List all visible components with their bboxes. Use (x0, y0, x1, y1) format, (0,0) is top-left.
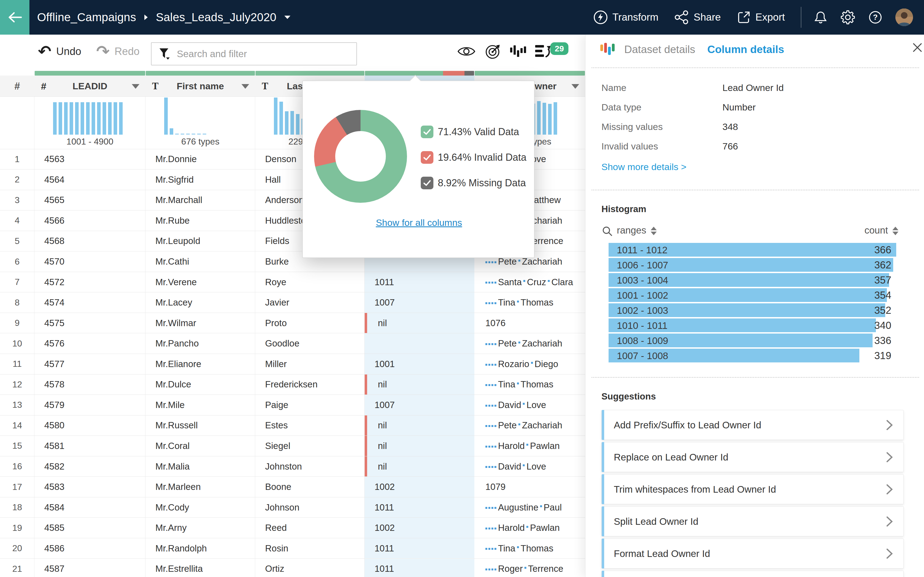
leadid-cell[interactable]: 4585 (34, 517, 145, 538)
last-name-cell[interactable]: Reed (255, 517, 365, 538)
preview-eye-button[interactable] (457, 35, 475, 68)
suggestion-card[interactable] (601, 571, 904, 577)
legend-checkbox-missing[interactable] (421, 177, 433, 189)
dataset-menu-caret-icon[interactable] (284, 15, 291, 20)
leadid-cell[interactable]: 4565 (34, 190, 145, 211)
leadid-cell[interactable]: 4579 (34, 395, 145, 415)
leadid-cell[interactable]: 4563 (34, 149, 145, 169)
suggestion-card[interactable]: Replace on Lead Owner Id (601, 442, 904, 472)
column-menu-caret-icon[interactable] (241, 84, 249, 89)
lead-owner-cell[interactable]: PeteZachariah (474, 416, 585, 436)
leadid-cell[interactable]: 4574 (34, 292, 145, 313)
lead-owner-cell[interactable]: SantaCruzClara (474, 272, 585, 292)
column-menu-caret-icon[interactable] (132, 84, 139, 89)
leadid-cell[interactable]: 4581 (34, 436, 145, 456)
last-name-cell[interactable]: Roye (255, 272, 365, 292)
lead-owner-id-cell[interactable] (365, 333, 474, 354)
leadid-cell[interactable]: 4584 (34, 497, 145, 517)
lead-owner-id-cell[interactable]: 1011 (365, 559, 474, 577)
histogram-range-row[interactable]: 1001 - 1002354 (609, 288, 919, 302)
last-name-cell[interactable]: Fredericksen (255, 374, 365, 395)
leadid-cell[interactable]: 4582 (34, 456, 145, 477)
histogram-range-row[interactable]: 1010 - 1011340 (609, 318, 919, 332)
redo-button[interactable]: ↷ Redo (96, 35, 139, 68)
lead-owner-id-cell[interactable]: 1011 (365, 538, 474, 559)
column-quality-bar[interactable] (146, 71, 255, 76)
last-name-cell[interactable]: Proto (255, 313, 365, 333)
last-name-cell[interactable]: Johnston (255, 456, 365, 477)
lead-owner-cell[interactable]: AugustinePaul (474, 497, 585, 517)
first-name-cell[interactable]: Mr.Lacey (145, 292, 255, 313)
first-name-cell[interactable]: Mr.Pancho (145, 333, 255, 354)
show-all-columns-link[interactable]: Show for all columns (303, 218, 535, 228)
suggestion-card[interactable]: Add Prefix/Suffix to Lead Owner Id (601, 410, 904, 440)
first-name-cell[interactable]: Mr.Coral (145, 436, 255, 456)
leadid-cell[interactable]: 4566 (34, 211, 145, 231)
first-name-cell[interactable]: Mr.Verene (145, 272, 255, 292)
first-name-cell[interactable]: Mr.Wilmar (145, 313, 255, 333)
lead-owner-id-cell[interactable]: nil (365, 416, 474, 436)
lead-owner-cell[interactable]: 1079 (474, 477, 585, 497)
histogram-range-row[interactable]: 1007 - 1008319 (609, 349, 919, 363)
leadid-cell[interactable]: 4580 (34, 416, 145, 436)
column-quality-bar[interactable] (35, 71, 145, 76)
undo-button[interactable]: ↶ Undo (38, 35, 81, 68)
lead-owner-cell[interactable]: TinaThomas (474, 538, 585, 559)
histogram-range-row[interactable]: 1006 - 1007362 (609, 258, 919, 272)
lead-owner-id-cell[interactable]: 1002 (365, 477, 474, 497)
applied-steps-button[interactable] (535, 35, 552, 68)
breadcrumb-dataset[interactable]: Sales_Leads_July2020 (156, 11, 276, 24)
leadid-cell[interactable]: 4570 (34, 251, 145, 272)
lead-owner-cell[interactable]: DavidLove (474, 395, 585, 415)
leadid-cell[interactable]: 4568 (34, 231, 145, 251)
first-name-cell[interactable]: Mr.Mile (145, 395, 255, 415)
first-name-cell[interactable]: Mr.Malia (145, 456, 255, 477)
leadid-cell[interactable]: 4586 (34, 538, 145, 559)
leadid-cell[interactable]: 4575 (34, 313, 145, 333)
lead-owner-cell[interactable]: TinaThomas (474, 292, 585, 313)
leadid-cell[interactable]: 4572 (34, 272, 145, 292)
first-name-cell[interactable]: Mr.Cathi (145, 251, 255, 272)
lead-owner-cell[interactable]: RogerTerrence (474, 559, 585, 577)
last-name-cell[interactable]: Siegel (255, 436, 365, 456)
export-button[interactable]: Export (737, 10, 785, 24)
steps-count-badge[interactable]: 29 (550, 42, 569, 55)
last-name-cell[interactable]: Miller (255, 354, 365, 374)
first-name-cell[interactable]: Mr.Marchall (145, 190, 255, 211)
lead-owner-cell[interactable]: HaroldPawlan (474, 436, 585, 456)
leadid-cell[interactable]: 4576 (34, 333, 145, 354)
help-button[interactable]: ? (869, 10, 882, 24)
last-name-cell[interactable]: Javier (255, 292, 365, 313)
leadid-cell[interactable]: 4583 (34, 477, 145, 497)
lead-owner-id-cell[interactable]: nil (365, 313, 474, 333)
last-name-cell[interactable]: Paige (255, 395, 365, 415)
count-column-header[interactable]: count (864, 225, 898, 236)
column-stats-button[interactable] (510, 35, 526, 68)
legend-checkbox-valid[interactable] (421, 126, 433, 138)
breadcrumb-project[interactable]: Offline_Campaigns (37, 11, 136, 24)
first-name-cell[interactable]: Mr.Leupold (145, 231, 255, 251)
first-name-cell[interactable]: Mr.Rube (145, 211, 255, 231)
lead-owner-cell[interactable]: 1076 (474, 313, 585, 333)
lead-owner-id-cell[interactable]: 1007 (365, 395, 474, 415)
first-name-cell[interactable]: Mr.Estrellita (145, 559, 255, 577)
histogram-range-row[interactable]: 1003 - 1004357 (609, 273, 919, 287)
last-name-cell[interactable]: Ortiz (255, 559, 365, 577)
leadid-cell[interactable]: 4577 (34, 354, 145, 374)
lead-owner-id-cell[interactable]: nil (365, 374, 474, 395)
histogram-range-row[interactable]: 1011 - 1012366 (609, 243, 919, 256)
lead-owner-cell[interactable]: RozarioDiego (474, 354, 585, 374)
first-name-cell[interactable]: Mr.Dulce (145, 374, 255, 395)
ranges-column-header[interactable]: ranges (617, 225, 657, 236)
suggestion-card[interactable]: Split Lead Owner Id (601, 506, 904, 536)
last-name-cell[interactable]: Johnson (255, 497, 365, 517)
show-more-details-link[interactable]: Show more details > (601, 161, 687, 172)
lead-owner-cell[interactable]: PeteZachariah (474, 333, 585, 354)
lead-owner-id-cell[interactable]: 1007 (365, 292, 474, 313)
avatar[interactable] (895, 8, 913, 26)
lead-owner-id-cell[interactable]: 1011 (365, 272, 474, 292)
lead-owner-id-cell[interactable]: nil (365, 456, 474, 477)
filter-funnel-icon[interactable] (159, 48, 170, 60)
tab-dataset-details[interactable]: Dataset details (624, 44, 695, 55)
transform-button[interactable]: Transform (593, 10, 658, 25)
